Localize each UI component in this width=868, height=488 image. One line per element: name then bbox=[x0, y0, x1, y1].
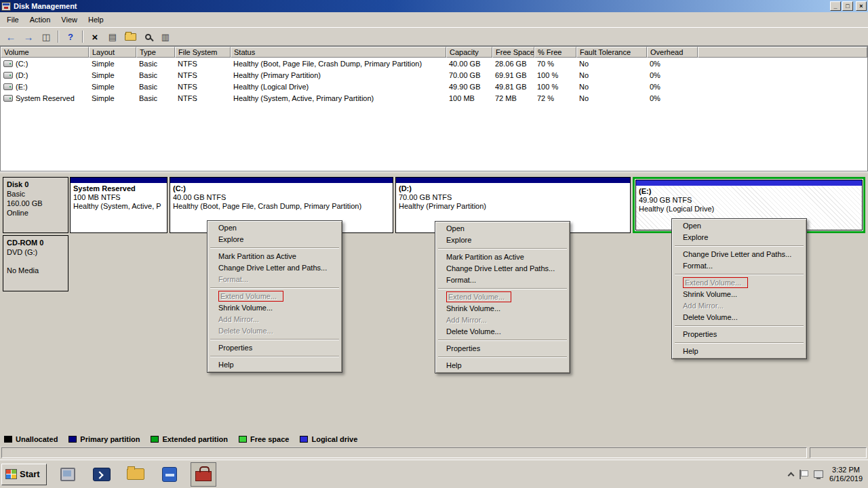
partition-color-strip bbox=[170, 178, 393, 183]
legend-label: Unallocated bbox=[16, 435, 58, 443]
volume-row-e[interactable]: (E:) Simple Basic NTFS Healthy (Logical … bbox=[1, 81, 867, 92]
status-bar bbox=[0, 446, 868, 460]
cell-pct-free: 100 % bbox=[534, 83, 576, 91]
cell-volume: (E:) bbox=[16, 83, 28, 91]
menu-separator bbox=[675, 325, 804, 327]
cell-file-system: NTFS bbox=[175, 83, 231, 91]
menu-item-shrink-volume[interactable]: Shrink Volume... bbox=[209, 302, 340, 314]
partition-color-strip bbox=[396, 178, 630, 183]
column-header-type[interactable]: Type bbox=[136, 47, 175, 58]
volume-row-c[interactable]: (C:) Simple Basic NTFS Healthy (Boot, Pa… bbox=[1, 58, 867, 69]
column-header-fault-tolerance[interactable]: Fault Tolerance bbox=[576, 47, 647, 58]
cell-file-system: NTFS bbox=[175, 60, 231, 68]
menu-item-change-drive-letter[interactable]: Change Drive Letter and Paths... bbox=[673, 249, 805, 260]
menu-item-delete-volume[interactable]: Delete Volume... bbox=[437, 326, 568, 338]
volume-icon bbox=[3, 72, 13, 79]
column-header-layout[interactable]: Layout bbox=[89, 47, 136, 58]
column-header-pct-free[interactable]: % Free bbox=[534, 47, 576, 58]
volume-icon bbox=[3, 83, 13, 90]
context-menu-drive-c: Open Explore Mark Partition as Active Ch… bbox=[207, 220, 342, 373]
menu-item-shrink-volume[interactable]: Shrink Volume... bbox=[437, 303, 568, 314]
delete-icon[interactable]: × bbox=[87, 29, 103, 44]
clock[interactable]: 3:32 PM 6/16/2019 bbox=[829, 466, 863, 483]
taskbar-item-server-manager[interactable] bbox=[55, 462, 81, 487]
close-button[interactable]: × bbox=[856, 1, 867, 11]
minimize-button[interactable]: _ bbox=[830, 1, 841, 11]
find-icon[interactable] bbox=[140, 29, 156, 44]
action-center-flag-icon[interactable] bbox=[800, 470, 808, 479]
menu-item-mark-partition-active[interactable]: Mark Partition as Active bbox=[209, 251, 340, 262]
taskbar-item-explorer[interactable] bbox=[123, 462, 149, 487]
cdrom-type: DVD (G:) bbox=[7, 247, 64, 257]
disk-name: Disk 0 bbox=[7, 180, 64, 189]
cell-layout: Simple bbox=[89, 83, 136, 91]
menu-item-shrink-volume[interactable]: Shrink Volume... bbox=[673, 289, 805, 300]
menu-item-explore[interactable]: Explore bbox=[209, 234, 340, 245]
forward-icon[interactable]: → bbox=[20, 29, 37, 44]
column-header-free-space[interactable]: Free Space bbox=[492, 47, 534, 58]
menu-item-open[interactable]: Open bbox=[673, 220, 805, 232]
menu-item-change-drive-letter[interactable]: Change Drive Letter and Paths... bbox=[437, 263, 568, 274]
cell-overhead: 0% bbox=[647, 94, 698, 102]
menu-item-help[interactable]: Help bbox=[209, 359, 340, 371]
help-icon[interactable]: ? bbox=[62, 29, 79, 44]
menu-item-format[interactable]: Format... bbox=[673, 260, 805, 272]
new-window-icon[interactable]: ▥ bbox=[157, 29, 174, 44]
legend-label: Logical drive bbox=[311, 435, 357, 443]
cell-free-space: 69.91 GB bbox=[492, 71, 534, 79]
open-folder-icon[interactable] bbox=[122, 29, 138, 44]
cell-pct-free: 72 % bbox=[534, 94, 576, 102]
menu-item-properties[interactable]: Properties bbox=[437, 343, 568, 354]
cell-type: Basic bbox=[136, 71, 175, 79]
legend-label: Extended partition bbox=[162, 435, 228, 443]
menu-item-help[interactable]: Help bbox=[673, 346, 805, 357]
restore-button[interactable]: □ bbox=[842, 1, 853, 11]
legend-free-space: Free space bbox=[239, 435, 289, 443]
partition-system-reserved[interactable]: System Reserved 100 MB NTFS Healthy (Sys… bbox=[70, 177, 167, 233]
partition-status: Healthy (Logical Drive) bbox=[639, 205, 859, 214]
menu-item-mark-partition-active[interactable]: Mark Partition as Active bbox=[437, 251, 568, 263]
menu-item-format[interactable]: Format... bbox=[437, 274, 568, 286]
disk-0-header[interactable]: Disk 0 Basic 160.00 GB Online bbox=[3, 177, 68, 233]
column-header-status[interactable]: Status bbox=[231, 47, 446, 58]
menu-item-open[interactable]: Open bbox=[209, 222, 340, 234]
menu-item-open[interactable]: Open bbox=[437, 223, 568, 235]
taskbar-item-powershell[interactable] bbox=[89, 462, 115, 487]
menu-item-properties[interactable]: Properties bbox=[673, 329, 805, 340]
start-button[interactable]: Start bbox=[1, 464, 47, 485]
taskbar-item-backup-tool[interactable] bbox=[157, 462, 182, 487]
column-header-overhead[interactable]: Overhead bbox=[647, 47, 698, 58]
column-header-file-system[interactable]: File System bbox=[175, 47, 231, 58]
show-console-tree-icon[interactable]: ◫ bbox=[38, 29, 54, 44]
menu-action[interactable]: Action bbox=[24, 14, 56, 26]
menu-item-change-drive-letter[interactable]: Change Drive Letter and Paths... bbox=[209, 262, 340, 274]
partition-label: (E:) bbox=[639, 187, 859, 196]
column-header-volume[interactable]: Volume bbox=[1, 47, 89, 58]
volume-row-system-reserved[interactable]: System Reserved Simple Basic NTFS Health… bbox=[1, 92, 867, 104]
network-icon[interactable] bbox=[814, 470, 823, 478]
extended-partition-swatch-icon bbox=[151, 436, 159, 443]
properties-icon[interactable]: ▤ bbox=[104, 29, 121, 44]
show-hidden-icons-icon[interactable] bbox=[788, 472, 795, 479]
volume-row-d[interactable]: (D:) Simple Basic NTFS Healthy (Primary … bbox=[1, 69, 867, 81]
menu-item-delete-volume[interactable]: Delete Volume... bbox=[673, 312, 805, 323]
menu-file[interactable]: File bbox=[1, 14, 24, 26]
menu-separator bbox=[675, 245, 804, 247]
menu-item-explore[interactable]: Explore bbox=[673, 232, 805, 243]
menu-item-help[interactable]: Help bbox=[437, 360, 568, 371]
menu-view[interactable]: View bbox=[56, 14, 83, 26]
volume-icon bbox=[3, 95, 13, 102]
menu-help[interactable]: Help bbox=[83, 14, 109, 26]
taskbar-item-disk-management[interactable] bbox=[191, 462, 216, 487]
logical-drive-swatch-icon bbox=[300, 436, 308, 443]
title-bar[interactable]: Disk Management _ □ × bbox=[0, 0, 868, 12]
column-header-capacity[interactable]: Capacity bbox=[446, 47, 492, 58]
cell-overhead: 0% bbox=[647, 60, 698, 68]
cdrom-0-header[interactable]: CD-ROM 0 DVD (G:) No Media bbox=[3, 235, 68, 291]
menu-item-properties[interactable]: Properties bbox=[209, 342, 340, 354]
menu-item-explore[interactable]: Explore bbox=[437, 235, 568, 246]
cell-capacity: 49.90 GB bbox=[446, 83, 492, 91]
cell-fault-tolerance: No bbox=[576, 71, 647, 79]
menu-item-add-mirror: Add Mirror... bbox=[209, 314, 340, 325]
back-icon[interactable]: ← bbox=[3, 29, 19, 44]
